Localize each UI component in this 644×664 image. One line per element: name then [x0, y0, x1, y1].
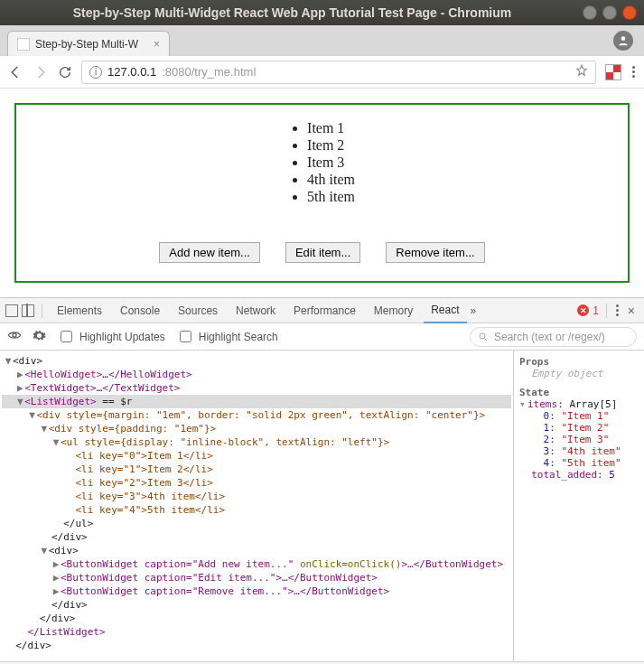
react-toolbar: Highlight Updates Highlight Search Searc…: [0, 323, 644, 351]
settings-icon[interactable]: [33, 329, 46, 345]
tab-title: Step-by-Step Multi-W: [35, 38, 148, 51]
devtools-tabbar: Elements Console Sources Network Perform…: [0, 298, 644, 323]
browser-tab[interactable]: Step-by-Step Multi-W ×: [7, 31, 170, 56]
back-button[interactable]: [7, 64, 23, 80]
devtools-tab-react[interactable]: React: [424, 298, 466, 323]
separator: [42, 304, 42, 318]
forward-button: [33, 64, 49, 80]
react-search-input[interactable]: Search (text or /regex/): [470, 327, 637, 347]
extension-icon[interactable]: [605, 64, 621, 80]
devtools-tab-memory[interactable]: Memory: [367, 298, 420, 323]
window-title: Step-by-Step Multi-Widget React Web App …: [7, 5, 577, 20]
state-item-row[interactable]: 4: "5th item": [519, 457, 639, 469]
react-body: ▼<div> ▶<HelloWidget>…</HelloWidget> ▶<T…: [0, 351, 644, 661]
list-item: Item 2: [307, 137, 355, 154]
react-sidepane: Props Empty object State ▾items: Array[5…: [513, 351, 644, 661]
search-icon: [478, 332, 489, 342]
browser-toolbar: i 127.0.0.1:8080/try_me.html: [0, 56, 644, 89]
window-close-button[interactable]: [622, 5, 637, 20]
svg-point-1: [13, 333, 16, 337]
state-item-row[interactable]: 0: "Item 1": [519, 410, 639, 422]
browser-tabstrip: Step-by-Step Multi-W ×: [0, 25, 644, 56]
svg-point-0: [621, 36, 626, 41]
page-viewport: Item 1 Item 2 Item 3 4th item 5th item A…: [0, 89, 644, 297]
tab-favicon: [17, 38, 30, 51]
separator: [606, 304, 607, 318]
edit-item-button[interactable]: Edit item...: [285, 242, 360, 263]
window-maximize-button[interactable]: [602, 5, 617, 20]
url-bar[interactable]: i 127.0.0.1:8080/try_me.html: [81, 61, 596, 84]
error-count[interactable]: ✕1: [577, 304, 599, 317]
device-toolbar-icon[interactable]: [22, 304, 34, 317]
inspect-react-icon[interactable]: [7, 328, 22, 345]
list-item: Item 1: [307, 120, 355, 136]
state-item-row[interactable]: 3: "4th item": [519, 445, 639, 457]
window-minimize-button[interactable]: [583, 5, 597, 20]
props-header: Props: [519, 356, 639, 368]
devtools-close-icon[interactable]: ×: [624, 304, 639, 318]
state-header: State: [519, 387, 639, 398]
url-path: :8080/try_me.html: [162, 65, 256, 79]
state-item-row[interactable]: 1: "Item 2": [519, 422, 639, 434]
react-tree[interactable]: ▼<div> ▶<HelloWidget>…</HelloWidget> ▶<T…: [0, 351, 513, 661]
highlight-search-checkbox[interactable]: Highlight Search: [176, 328, 278, 345]
button-row: Add new item... Edit item... Remove item…: [31, 242, 613, 263]
reload-button[interactable]: [58, 65, 72, 79]
devtools-tab-performance[interactable]: Performance: [286, 298, 363, 323]
devtools-tab-elements[interactable]: Elements: [50, 298, 109, 323]
highlight-updates-checkbox[interactable]: Highlight Updates: [57, 328, 165, 345]
devtools-tab-console[interactable]: Console: [113, 298, 167, 323]
url-host: 127.0.0.1: [107, 65, 156, 79]
state-item-row[interactable]: 2: "Item 3": [519, 434, 639, 445]
bookmark-icon[interactable]: [575, 64, 588, 79]
browser-menu-button[interactable]: [630, 64, 637, 79]
remove-item-button[interactable]: Remove item...: [386, 242, 484, 263]
state-total-row[interactable]: total_added: 5: [519, 469, 639, 481]
props-empty: Empty object: [519, 368, 639, 379]
inspect-element-icon[interactable]: [5, 304, 18, 317]
tab-close-icon[interactable]: ×: [154, 38, 160, 51]
item-list: Item 1 Item 2 Item 3 4th item 5th item: [289, 119, 355, 206]
list-item: Item 3: [307, 154, 355, 171]
site-info-icon[interactable]: i: [89, 66, 102, 79]
list-item: 4th item: [307, 172, 355, 188]
window-titlebar: Step-by-Step Multi-Widget React Web App …: [0, 0, 644, 25]
list-widget: Item 1 Item 2 Item 3 4th item 5th item A…: [14, 103, 630, 283]
list-item: 5th item: [307, 189, 355, 205]
add-item-button[interactable]: Add new item...: [159, 242, 260, 263]
tree-row-selected: ▼<ListWidget> == $r: [2, 395, 511, 408]
state-items-row[interactable]: ▾items: Array[5]: [519, 398, 639, 410]
devtools-panel: Elements Console Sources Network Perform…: [0, 297, 644, 664]
profile-avatar-button[interactable]: [613, 31, 633, 51]
devtools-tab-sources[interactable]: Sources: [171, 298, 225, 323]
devtools-tab-network[interactable]: Network: [229, 298, 283, 323]
devtools-menu-icon[interactable]: [614, 303, 621, 318]
svg-point-2: [480, 333, 485, 339]
tabs-overflow-icon[interactable]: »: [471, 304, 477, 317]
